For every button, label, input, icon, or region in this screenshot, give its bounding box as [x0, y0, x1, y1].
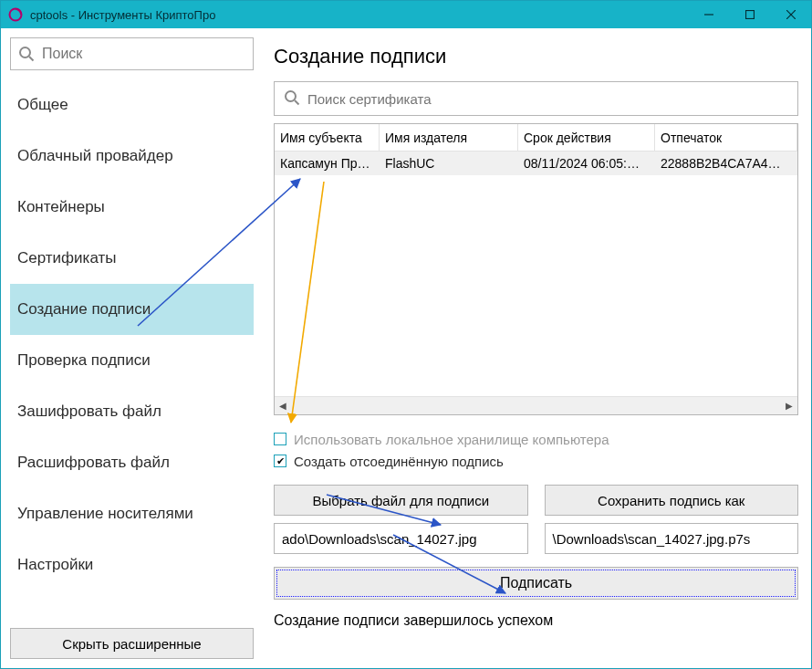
horizontal-scrollbar[interactable]: ◀ ▶: [275, 396, 797, 414]
sidebar-search[interactable]: [10, 37, 254, 70]
nav-item-cloud-provider[interactable]: Облачный провайдер: [10, 131, 254, 182]
checkbox-label: Создать отсоединённую подпись: [294, 454, 504, 469]
cert-search[interactable]: [274, 81, 798, 116]
nav-label: Контейнеры: [17, 198, 105, 216]
table-header: Имя субъекта Имя издателя Срок действия …: [275, 124, 797, 152]
checkbox-icon: ✔: [274, 455, 286, 467]
page-title: Создание подписи: [274, 45, 798, 68]
col-thumbprint[interactable]: Отпечаток: [655, 124, 797, 151]
hide-advanced-label: Скрыть расширенные: [62, 636, 201, 652]
svg-rect-2: [745, 11, 754, 19]
checkbox-label: Использовать локальное хранилище компьют…: [294, 432, 609, 447]
table-row[interactable]: Капсамун Пр… FlashUC 08/11/2024 06:05:… …: [275, 152, 797, 175]
checkbox-detached-signature[interactable]: ✔ Создать отсоединённую подпись: [274, 450, 798, 472]
hide-advanced-button[interactable]: Скрыть расширенные: [10, 628, 254, 659]
scroll-right-icon[interactable]: ▶: [781, 397, 797, 414]
col-subject[interactable]: Имя субъекта: [275, 124, 380, 151]
nav-item-manage-media[interactable]: Управление носителями: [10, 488, 254, 539]
nav-label: Расшифровать файл: [17, 454, 170, 472]
nav-list: Общее Облачный провайдер Контейнеры Серт…: [10, 79, 254, 628]
button-label: Сохранить подпись как: [598, 493, 744, 508]
nav-item-encrypt-file[interactable]: Зашифровать файл: [10, 386, 254, 437]
window-buttons: [688, 1, 811, 28]
svg-line-8: [295, 100, 299, 105]
button-label: Выбрать файл для подписи: [312, 493, 489, 508]
nav-label: Управление носителями: [17, 505, 193, 523]
cell-thumbprint: 22888B2B4CA7A4…: [655, 152, 797, 175]
nav-item-general[interactable]: Общее: [10, 79, 254, 131]
svg-line-6: [29, 57, 34, 61]
checkbox-use-local-store[interactable]: Использовать локальное хранилище компьют…: [274, 428, 798, 450]
maximize-button[interactable]: [729, 1, 770, 28]
search-icon: [284, 89, 300, 109]
close-button[interactable]: [770, 1, 811, 28]
checkbox-icon: [274, 433, 286, 445]
cell-issuer: FlashUC: [380, 152, 518, 175]
sidebar-search-input[interactable]: [42, 46, 245, 62]
nav-item-decrypt-file[interactable]: Расшифровать файл: [10, 437, 254, 488]
cell-subject: Капсамун Пр…: [275, 152, 380, 175]
main-panel: Создание подписи Имя субъекта Имя издате…: [261, 28, 811, 668]
input-file-path[interactable]: ado\Downloads\scan_14027.jpg: [274, 523, 528, 554]
nav-item-settings[interactable]: Настройки: [10, 539, 254, 591]
choose-file-button[interactable]: Выбрать файл для подписи: [274, 485, 528, 516]
cert-table: Имя субъекта Имя издателя Срок действия …: [274, 123, 798, 415]
nav-label: Сертификаты: [17, 249, 116, 267]
scroll-left-icon[interactable]: ◀: [275, 397, 291, 414]
nav-label: Настройки: [17, 556, 93, 574]
nav-item-create-signature[interactable]: Создание подписи: [10, 284, 254, 335]
col-issuer[interactable]: Имя издателя: [380, 124, 518, 151]
path-text: ado\Downloads\scan_14027.jpg: [282, 531, 477, 547]
cell-validity: 08/11/2024 06:05:…: [518, 152, 655, 175]
app-icon: [8, 7, 23, 22]
cert-search-input[interactable]: [307, 91, 788, 107]
app-window: cptools - Инструменты КриптоПро Общее Об…: [0, 0, 812, 669]
path-text: \Downloads\scan_14027.jpg.p7s: [553, 531, 751, 547]
minimize-button[interactable]: [688, 1, 729, 28]
col-validity[interactable]: Срок действия: [518, 124, 655, 151]
status-text: Создание подписи завершилось успехом: [274, 612, 798, 629]
window-title: cptools - Инструменты КриптоПро: [30, 8, 688, 22]
button-label: Подписать: [500, 575, 572, 591]
nav-label: Создание подписи: [17, 300, 151, 319]
nav-item-certificates[interactable]: Сертификаты: [10, 233, 254, 284]
table-body: Капсамун Пр… FlashUC 08/11/2024 06:05:… …: [275, 152, 797, 396]
nav-label: Проверка подписи: [17, 351, 151, 370]
search-icon: [18, 46, 35, 62]
nav-label: Облачный провайдер: [17, 147, 173, 165]
sign-button[interactable]: Подписать: [274, 567, 798, 600]
svg-point-5: [20, 47, 30, 57]
titlebar: cptools - Инструменты КриптоПро: [1, 1, 811, 28]
save-signature-as-button[interactable]: Сохранить подпись как: [545, 485, 799, 516]
nav-item-verify-signature[interactable]: Проверка подписи: [10, 335, 254, 386]
nav-label: Общее: [17, 96, 68, 114]
nav-item-containers[interactable]: Контейнеры: [10, 182, 254, 233]
svg-point-7: [286, 91, 296, 101]
sidebar: Общее Облачный провайдер Контейнеры Серт…: [1, 28, 261, 668]
output-file-path[interactable]: \Downloads\scan_14027.jpg.p7s: [545, 523, 799, 554]
nav-label: Зашифровать файл: [17, 402, 161, 421]
